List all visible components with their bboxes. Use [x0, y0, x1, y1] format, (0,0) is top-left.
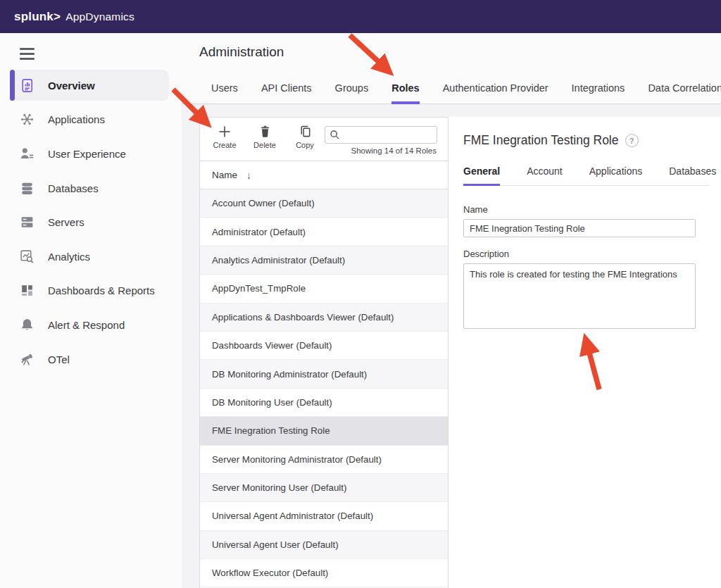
delete-button[interactable]: Delete — [249, 124, 280, 149]
sidebar-item-databases[interactable]: Databases — [0, 171, 182, 206]
sidebar-item-label: Analytics — [48, 251, 90, 263]
role-row[interactable]: Applications & Dashboards Viewer (Defaul… — [200, 304, 448, 332]
tab-api-clients[interactable]: API Clients — [261, 82, 312, 104]
sidebar-item-label: Alert & Respond — [48, 319, 125, 331]
tab-account[interactable]: Account — [527, 165, 563, 186]
trash-icon — [249, 124, 280, 139]
sidebar-item-user-experience[interactable]: User Experience — [0, 137, 182, 171]
sidebar-item-label: OTel — [48, 354, 70, 365]
copy-button-label: Copy — [289, 141, 320, 149]
sidebar-item-alert-respond[interactable]: Alert & Respond — [0, 308, 182, 342]
sort-descending-icon[interactable]: ↓ — [246, 170, 251, 181]
role-row[interactable]: DB Monitoring Administrator (Default) — [200, 360, 448, 388]
roles-list: Account Owner (Default) Administrator (D… — [200, 189, 448, 587]
sidebar-item-servers[interactable]: Servers — [0, 205, 182, 239]
tab-users[interactable]: Users — [211, 82, 238, 104]
sidebar-item-label: Dashboards & Reports — [48, 284, 155, 296]
databases-icon — [20, 181, 35, 196]
user-experience-icon — [20, 146, 35, 161]
sidebar-item-analytics[interactable]: Analytics — [0, 239, 182, 274]
servers-icon — [20, 215, 35, 230]
role-row[interactable]: AppDynTest_TmpRole — [200, 275, 448, 303]
role-detail-panel: FME Inegration Testing Role ? General Ac… — [449, 117, 721, 588]
roles-list-panel: Create Delete — [199, 117, 449, 588]
sidebar-item-label: User Experience — [48, 148, 126, 160]
sidebar-item-label: Applications — [48, 113, 105, 125]
search-input[interactable] — [325, 126, 437, 144]
overview-icon — [20, 78, 35, 93]
role-row[interactable]: Dashboards Viewer (Default) — [200, 332, 448, 360]
copy-icon — [289, 124, 320, 139]
copy-button[interactable]: Copy — [289, 124, 320, 149]
create-button-label: Create — [209, 141, 240, 149]
role-row[interactable]: Server Monitoring Administrator (Default… — [200, 446, 448, 474]
role-detail-title: FME Inegration Testing Role — [463, 133, 619, 148]
role-row[interactable]: Account Owner (Default) — [200, 189, 448, 218]
tab-groups[interactable]: Groups — [335, 82, 369, 104]
sidebar-item-label: Servers — [48, 216, 84, 228]
main-area: Administration Users API Clients Groups … — [182, 33, 721, 588]
tab-roles[interactable]: Roles — [391, 82, 420, 104]
splunk-logo-text: splunk> — [14, 10, 61, 24]
page-title: Administration — [199, 44, 284, 60]
splunk-appdynamics-logo[interactable]: splunk> AppDynamics — [14, 10, 134, 24]
analytics-icon — [20, 249, 35, 264]
tab-applications[interactable]: Applications — [589, 165, 643, 186]
role-description-textarea[interactable] — [463, 263, 696, 329]
plus-icon — [209, 124, 240, 139]
tab-authentication-provider[interactable]: Authentication Provider — [443, 82, 548, 104]
role-detail-tab-bar: General Account Applications Databases — [463, 165, 709, 186]
tab-data-correlation[interactable]: Data Correlation — [648, 82, 721, 104]
help-icon[interactable]: ? — [625, 134, 639, 147]
role-row[interactable]: Universal Agent User (Default) — [200, 531, 448, 559]
role-row[interactable]: Universal Agent Administrator (Default) — [200, 502, 448, 530]
dashboards-icon — [20, 283, 35, 298]
role-row[interactable]: DB Monitoring User (Default) — [200, 389, 448, 417]
name-column-header[interactable]: Name ↓ — [200, 161, 448, 189]
role-row-selected[interactable]: FME Inegration Testing Role — [200, 417, 448, 445]
description-field-label: Description — [463, 249, 721, 259]
sidebar-item-applications[interactable]: Applications — [0, 103, 182, 137]
applications-icon — [20, 112, 35, 127]
showing-count-text: Showing 14 of 14 Roles — [351, 146, 437, 155]
sidebar-item-label: Databases — [48, 182, 99, 194]
roles-search — [325, 126, 437, 144]
appdynamics-logo-text: AppDynamics — [65, 11, 134, 23]
role-row[interactable]: Workflow Executor (Default) — [200, 559, 448, 587]
role-row[interactable]: Administrator (Default) — [200, 218, 448, 246]
roles-toolbar: Create Delete — [200, 118, 448, 161]
sidebar: Overview Applicati — [0, 33, 182, 588]
hamburger-menu-icon[interactable] — [20, 48, 35, 63]
role-row[interactable]: Analytics Administrator (Default) — [200, 246, 448, 275]
role-row[interactable]: Server Monitoring User (Default) — [200, 474, 448, 502]
name-column-label: Name — [212, 170, 237, 180]
sidebar-item-otel[interactable]: OTel — [0, 342, 182, 377]
search-icon — [330, 130, 340, 143]
admin-tab-bar: Users API Clients Groups Roles Authentic… — [211, 82, 721, 104]
top-app-bar: splunk> AppDynamics — [0, 0, 721, 33]
tab-general[interactable]: General — [463, 165, 500, 186]
create-button[interactable]: Create — [209, 124, 240, 149]
bell-icon — [20, 318, 35, 332]
name-field-label: Name — [463, 204, 721, 215]
tab-databases[interactable]: Databases — [669, 165, 716, 186]
role-name-input[interactable] — [463, 219, 696, 237]
sidebar-item-overview[interactable]: Overview — [0, 68, 182, 103]
administration-header: Administration Users API Clients Groups … — [182, 33, 721, 104]
delete-button-label: Delete — [249, 141, 280, 149]
sidebar-item-label: Overview — [48, 80, 95, 92]
telescope-icon — [20, 352, 35, 367]
sidebar-item-dashboards-reports[interactable]: Dashboards & Reports — [0, 274, 182, 308]
sidebar-nav: Overview Applicati — [0, 68, 182, 376]
tab-integrations[interactable]: Integrations — [572, 82, 625, 104]
